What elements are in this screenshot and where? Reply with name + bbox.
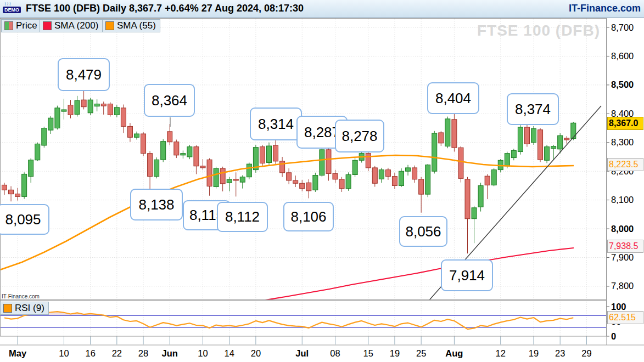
- chart-footer-brand: IT-Finance.com: [2, 293, 40, 299]
- x-axis-label: Aug: [445, 348, 463, 358]
- candle: [339, 179, 344, 189]
- candle: [478, 185, 483, 207]
- candle: [326, 150, 331, 174]
- candle: [148, 154, 153, 177]
- candle: [485, 176, 490, 185]
- x-axis-label: 19: [390, 348, 400, 358]
- candle: [511, 150, 516, 157]
- legend-sma55-label: SMA (55): [117, 20, 156, 31]
- y-axis-label: 8,600: [611, 51, 634, 61]
- legend-rsi[interactable]: RSI (9): [0, 302, 49, 315]
- price-annotation[interactable]: 8,138: [130, 189, 183, 220]
- candle: [412, 168, 417, 179]
- price-annotation[interactable]: 8,364: [144, 84, 195, 117]
- candle: [154, 160, 159, 176]
- candle: [300, 183, 305, 188]
- candle: [313, 176, 318, 190]
- candle: [81, 100, 86, 107]
- candle: [61, 110, 66, 111]
- candle: [505, 154, 509, 166]
- candle: [306, 183, 311, 191]
- rsi-value-tag: 62.515: [607, 311, 643, 324]
- legend-sma200-label: SMA (200): [54, 20, 98, 31]
- candle: [491, 170, 496, 185]
- candle: [293, 180, 298, 183]
- candle: [439, 133, 444, 143]
- candle: [2, 185, 7, 190]
- candle: [458, 148, 463, 178]
- candle: [114, 108, 119, 115]
- x-axis-label: 08: [330, 348, 340, 358]
- candle: [333, 173, 338, 179]
- sma200-value-tag: 7,938.5: [607, 240, 643, 253]
- candle: [524, 127, 529, 144]
- legend-price-label: Price: [16, 20, 37, 31]
- price-annotation[interactable]: 8,479: [58, 58, 110, 91]
- candle: [551, 146, 556, 149]
- candle: [260, 147, 265, 163]
- candle: [432, 133, 437, 171]
- candle: [545, 147, 550, 161]
- candle: [240, 177, 245, 182]
- candle: [406, 168, 411, 171]
- candle: [280, 161, 285, 173]
- candle: [141, 134, 146, 154]
- candle: [220, 168, 225, 184]
- candle: [174, 142, 179, 155]
- candle: [531, 129, 536, 143]
- price-annotation[interactable]: 8,056: [399, 216, 447, 247]
- candle: [108, 104, 113, 115]
- candle: [320, 150, 324, 176]
- chart-canvas[interactable]: 8,7008,6008,5008,4008,3008,2008,1008,000…: [0, 0, 644, 362]
- candle: [29, 160, 33, 177]
- y-axis-label: 7,900: [611, 252, 634, 262]
- x-axis-label: 20: [251, 348, 261, 358]
- candle: [194, 147, 199, 166]
- rsi-line: [4, 312, 573, 329]
- candle: [399, 171, 404, 185]
- candle: [425, 165, 430, 194]
- rsi-axis-label: 100: [611, 302, 626, 312]
- candle: [445, 119, 450, 146]
- x-axis-label: 10: [59, 348, 69, 358]
- y-axis-label: 7,800: [611, 281, 634, 291]
- candle: [55, 108, 60, 128]
- price-annotation[interactable]: 8,374: [507, 93, 559, 125]
- candle: [372, 168, 377, 183]
- candle: [167, 132, 172, 142]
- candle: [101, 104, 106, 106]
- candle: [35, 144, 40, 160]
- price-annotation[interactable]: 8,404: [427, 82, 479, 114]
- candle: [187, 147, 192, 157]
- candle: [452, 120, 457, 148]
- price-annotation[interactable]: 8,278: [335, 120, 384, 152]
- candle: [273, 145, 278, 161]
- x-axis-label: 14: [225, 348, 234, 358]
- price-annotation[interactable]: 8,112: [217, 202, 268, 232]
- candle: [94, 104, 99, 106]
- candle: [88, 100, 93, 113]
- candle: [22, 174, 27, 196]
- candle: [419, 179, 424, 194]
- chart-window: 8,7008,6008,5008,4008,3008,2008,1008,000…: [0, 0, 644, 362]
- price-annotation[interactable]: 8,314: [250, 108, 302, 140]
- x-axis-label: 25: [416, 348, 426, 358]
- price-annotation[interactable]: 7,914: [441, 259, 493, 291]
- y-axis-label: 8,700: [611, 22, 634, 32]
- sma55-swatch-icon: [105, 21, 114, 30]
- candle: [227, 179, 232, 183]
- candle: [558, 135, 563, 149]
- legend-price[interactable]: Price: [1, 19, 42, 32]
- legend-rsi-label: RSI (9): [15, 303, 44, 314]
- x-axis-label: 19: [529, 348, 539, 358]
- y-axis-label: 8,300: [611, 137, 634, 147]
- candle: [392, 177, 397, 186]
- price-annotation[interactable]: 8,095: [0, 204, 49, 235]
- x-axis-label: Jul: [295, 348, 309, 358]
- last-price-tag: 8,367.0: [607, 117, 643, 130]
- legend-sma200[interactable]: SMA (200): [40, 19, 103, 32]
- candle: [15, 194, 20, 197]
- legend-sma55[interactable]: SMA (55): [102, 19, 160, 32]
- x-axis-label: 23: [555, 348, 565, 358]
- price-annotation[interactable]: 8,106: [283, 202, 334, 231]
